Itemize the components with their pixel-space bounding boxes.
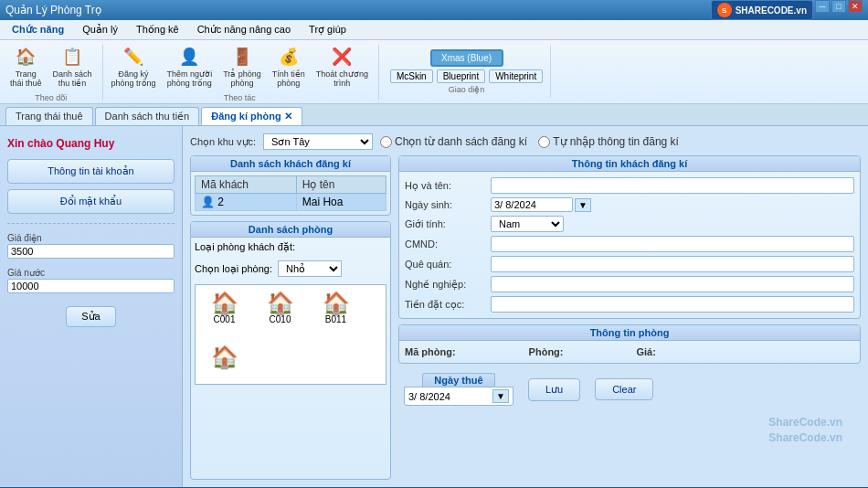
window-title: Quản Lý Phòng Trọ [5,4,101,16]
theme-blueprint-button[interactable]: Blueprint [437,69,485,83]
cmnd-input[interactable] [491,236,854,252]
toolbar-label-7: Thoát chươngtrình [316,70,368,89]
theme-section: Xmas (Blue) McSkin Blueprint Whiteprint … [383,46,551,98]
ngay-thue-label: Ngày thuê [422,373,494,387]
room-c001[interactable]: 🏠 C001 [199,289,249,337]
gioi-tinh-select[interactable]: Nam Nữ [491,216,564,232]
user-icon: 👤 [176,44,202,69]
menu-bar: Chức năng Quản lý Thống kê Chức năng nân… [0,20,868,40]
phong-panel-content: Loại phòng khách đặt: Chọn loại phòng: N… [191,238,390,385]
money-icon: 💰 [276,44,302,69]
menu-chuc-nang-nang-cao[interactable]: Chức năng nâng cao [189,21,299,38]
room-label-c010: C010 [270,314,291,324]
edit-btn-wrapper: Sửa [7,302,175,327]
water-label: Giá nước [7,268,175,278]
tien-dat-coc-input[interactable] [491,296,854,313]
gia-field: Giá: [637,346,715,357]
room-extra[interactable]: 🏠 [199,343,249,381]
toolbar-group-theo-doi: 🏠 Trangthái thuê 📋 Danh sáchthu tiền The… [5,45,103,100]
khach-panel: Danh sách khách đăng kí Mã khách Họ tên [190,155,391,216]
change-password-button[interactable]: Đổi mật khẩu [7,189,175,214]
room-label-b011: B011 [325,314,346,324]
table-row[interactable]: 👤 2 Mai Hoa [196,194,386,211]
house-icon-b011: 🏠 [323,292,350,314]
toolbar-group-theo-tac: ✏️ Đăng kýphòng trống 👤 Thêm ngườiphòng … [107,45,379,100]
toolbar-thoat-chuong-trinh[interactable]: ❌ Thoát chươngtrình [312,41,373,91]
clear-button[interactable]: Clear [595,378,653,400]
info-panel: Thông tin khách đăng kí Họ và tên: Ngày … [398,155,861,319]
menu-chuc-nang[interactable]: Chức năng [4,21,72,38]
que-quan-input[interactable] [491,256,854,272]
tab-dang-ki-phong[interactable]: Đăng kí phòng ✕ [201,107,302,125]
door-icon: 🚪 [229,44,255,69]
water-input[interactable]: 10000 [7,279,175,293]
ngay-sinh-row: Ngày sinh: ▼ [405,197,854,212]
right-column: Thông tin khách đăng kí Họ và tên: Ngày … [398,155,861,480]
edit-button[interactable]: Sửa [66,306,115,327]
minimize-button[interactable]: ─ [815,0,830,13]
cmnd-label: CMND: [405,239,487,249]
house-icon-c010: 🏠 [267,292,294,314]
cell-ma-khach: 👤 2 [196,194,297,211]
menu-quan-ly[interactable]: Quản lý [74,21,126,38]
col-ho-ten: Họ tên [296,176,386,194]
toolbar-tinh-tien-phong[interactable]: 💰 Tính tiềnphòng [268,41,310,91]
sidebar-divider [7,223,175,224]
tab-danh-sach-thu-tien[interactable]: Danh sách thu tiền [95,107,200,125]
gioi-tinh-label: Giới tính: [405,218,487,230]
info-panel-title: Thông tin khách đăng kí [399,156,860,172]
toolbar-row: 🏠 Trangthái thuê 📋 Danh sáchthu tiền [5,41,97,91]
theme-xmas-button[interactable]: Xmas (Blue) [430,49,503,67]
list-icon: 📋 [59,44,85,69]
nghe-nghiep-input[interactable] [491,276,854,292]
exit-icon: ❌ [329,44,355,69]
ngay-thue-input[interactable] [408,391,491,402]
tien-dat-coc-row: Tiền đặt cọc: [405,296,854,313]
edit-icon: ✏️ [121,44,146,69]
radio-tu-nhap-label: Tự nhập thông tin đăng kí [553,135,679,148]
loai-phong-label: Loại phòng khách đặt: [195,241,295,253]
tab-trang-thai-thue[interactable]: Trang thái thuê [5,107,93,125]
electricity-field: Giá điện 3500 [7,233,175,259]
ngay-thue-picker-button[interactable]: ▼ [492,389,509,403]
watermark-line1: ShareCode.vn [398,415,842,430]
radio-danh-sach[interactable]: Chọn từ danh sách đăng kí [380,135,527,148]
phong-field: Phòng: [529,346,622,357]
room-info-row: Mã phòng: Phòng: Giá: [399,341,860,363]
close-button[interactable]: ✕ [848,0,863,13]
maximize-button[interactable]: □ [831,0,846,13]
radio-tu-nhap[interactable]: Tự nhập thông tin đăng kí [538,135,679,148]
radio-tu-nhap-input[interactable] [538,136,550,148]
ho-ten-input[interactable] [491,177,854,194]
electricity-input[interactable]: 3500 [7,244,175,259]
tien-dat-coc-label: Tiền đặt cọc: [405,299,487,311]
luu-button[interactable]: Lưu [528,378,580,401]
toolbar-danh-sach-thu-tien[interactable]: 📋 Danh sáchthu tiền [48,41,97,91]
radio-danh-sach-input[interactable] [380,136,392,148]
house-icon-extra: 🏠 [211,346,238,368]
room-c010[interactable]: 🏠 C010 [255,289,305,337]
nghe-nghiep-row: Nghề nghiệp: [405,276,854,292]
khu-vuc-row: Chọn khu vực: Sơn Tây Chọn từ danh sách … [190,133,861,150]
theme-mcskin-button[interactable]: McSkin [390,69,433,83]
khu-vuc-select[interactable]: Sơn Tây [263,133,373,150]
loai-phong-select[interactable]: Nhỏ [278,260,342,277]
toolbar-them-nguoi-phong-trong[interactable]: 👤 Thêm ngườiphòng trống [163,41,217,91]
ngay-sinh-group: ▼ [491,197,591,212]
toolbar-trang-thai-thue[interactable]: 🏠 Trangthái thuê [5,41,47,91]
ngay-sinh-input[interactable] [491,197,573,212]
col-ma-khach: Mã khách [196,176,297,194]
room-b011[interactable]: 🏠 B011 [311,289,361,337]
toolbar-tra-phong[interactable]: 🚪 Trả phòngphòng [218,41,266,91]
ngay-thue-input-wrapper: ▼ [404,387,513,406]
menu-thong-ke[interactable]: Thống kê [128,21,187,38]
ngay-sinh-picker-button[interactable]: ▼ [575,198,591,212]
menu-tro-giup[interactable]: Trợ giúp [301,21,355,38]
account-info-button[interactable]: Thông tin tài khoản [7,159,175,184]
info-form: Họ và tên: Ngày sinh: ▼ Giới tính: [399,172,860,318]
theme-whiteprint-button[interactable]: Whiteprint [489,69,543,83]
tab-bar: Trang thái thuê Danh sách thu tiền Đăng … [0,104,868,126]
ma-phong-field: Mã phòng: [405,346,514,357]
toolbar-dang-ky-phong-trong[interactable]: ✏️ Đăng kýphòng trống [107,41,161,91]
main-area: Xin chào Quang Huy Thông tin tài khoản Đ… [0,126,868,487]
